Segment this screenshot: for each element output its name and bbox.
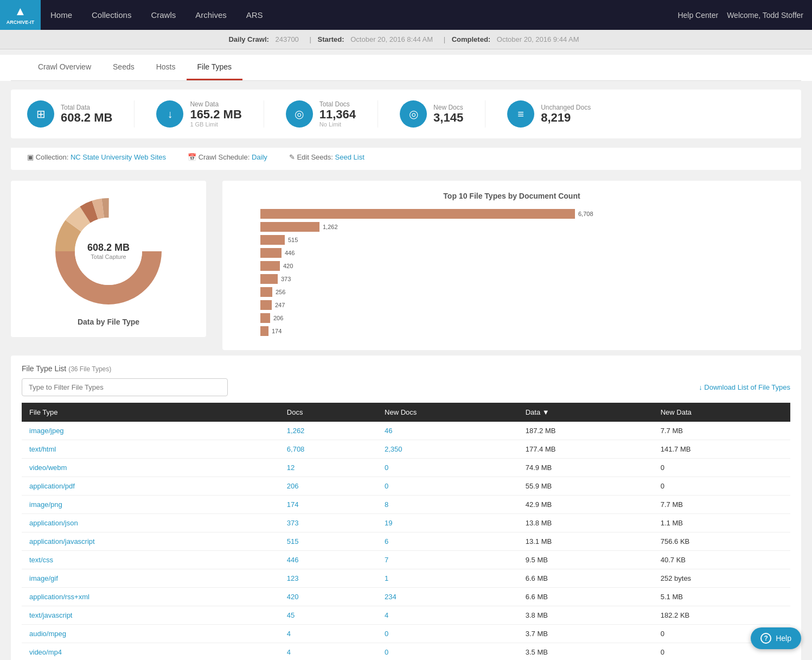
cell-new-data: 40.7 KB: [653, 551, 790, 569]
donut-value: 608.2 MB: [87, 243, 130, 253]
file-type-link[interactable]: text/javascript: [29, 611, 72, 619]
cell-file-type[interactable]: text/javascript: [22, 606, 279, 625]
tab-seeds[interactable]: Seeds: [102, 55, 145, 80]
nav-archives[interactable]: Archives: [186, 0, 236, 30]
cell-new-data: 252 bytes: [653, 569, 790, 588]
stat-new-docs: ◎ New Docs 3,145: [400, 100, 463, 128]
cell-docs: 446: [279, 551, 377, 569]
unchanged-docs-icon: ≡: [507, 100, 534, 128]
table-body: image/jpeg 1,262 46 187.2 MB 7.7 MB text…: [22, 422, 790, 660]
download-list-link[interactable]: ↓ Download List of File Types: [699, 383, 790, 391]
file-type-link[interactable]: image/jpeg: [29, 427, 64, 435]
table-row: audio/mpeg 4 0 3.7 MB 0: [22, 625, 790, 643]
user-menu[interactable]: Welcome, Todd Stoffer: [727, 11, 803, 20]
cell-file-type[interactable]: text/css: [22, 551, 279, 569]
file-type-link[interactable]: image/gif: [29, 574, 58, 582]
collection-meta: ▣ Collection: NC State University Web Si…: [27, 153, 166, 161]
cell-docs: 12: [279, 459, 377, 477]
cell-new-docs: 46: [377, 422, 518, 440]
nav-right: Help Center Welcome, Todd Stoffer: [677, 11, 812, 20]
bar-fill: [260, 300, 272, 310]
logo[interactable]: ▲ ARCHIVE-IT: [0, 0, 41, 30]
bar-fill: [260, 261, 280, 271]
table-row: image/png 174 8 42.9 MB 7.7 MB: [22, 496, 790, 514]
crawl-info-bar: Daily Crawl: 243700 | Started: October 2…: [0, 30, 812, 49]
col-new-data[interactable]: New Data: [653, 403, 790, 422]
cell-file-type[interactable]: application/javascript: [22, 532, 279, 551]
file-type-link[interactable]: application/rss+xml: [29, 593, 89, 601]
nav-collections[interactable]: Collections: [82, 0, 141, 30]
crawl-separator-2: |: [444, 35, 445, 43]
cell-new-docs: 0: [377, 459, 518, 477]
tab-file-types[interactable]: File Types: [187, 55, 243, 80]
tab-hosts[interactable]: Hosts: [145, 55, 187, 80]
cell-new-docs: 8: [377, 496, 518, 514]
schedule-link[interactable]: Daily: [252, 153, 267, 161]
file-list-section: File Type List (36 File Types) ↓ Downloa…: [11, 356, 801, 660]
cell-data: 3.7 MB: [518, 625, 653, 643]
file-type-link[interactable]: image/png: [29, 500, 62, 509]
charts-section: 608.2 MB Total Capture Data by File Type…: [11, 181, 801, 350]
file-type-link[interactable]: audio/mpeg: [29, 630, 66, 638]
col-data[interactable]: Data ▼: [518, 403, 653, 422]
table-row: image/jpeg 1,262 46 187.2 MB 7.7 MB: [22, 422, 790, 440]
cell-data: 42.9 MB: [518, 496, 653, 514]
new-data-value: 165.2 MB: [190, 108, 241, 121]
cell-new-data: 0: [653, 477, 790, 496]
bar-fill: [260, 235, 285, 245]
bar-row: 206: [233, 313, 790, 323]
divider-3: [378, 100, 378, 128]
cell-docs: 1,262: [279, 422, 377, 440]
cell-data: 177.4 MB: [518, 440, 653, 459]
bar-fill: [260, 313, 270, 323]
file-type-link[interactable]: application/pdf: [29, 482, 75, 490]
seed-list-link[interactable]: Seed List: [335, 153, 365, 161]
help-center-link[interactable]: Help Center: [677, 11, 718, 20]
col-new-docs[interactable]: New Docs: [377, 403, 518, 422]
cell-file-type[interactable]: audio/mpeg: [22, 625, 279, 643]
tab-crawl-overview[interactable]: Crawl Overview: [27, 55, 102, 80]
bar-count: 256: [276, 289, 285, 295]
cell-new-docs: 0: [377, 477, 518, 496]
nav-home[interactable]: Home: [41, 0, 82, 30]
file-type-link[interactable]: application/json: [29, 519, 78, 527]
file-type-link[interactable]: application/javascript: [29, 537, 95, 545]
filter-input[interactable]: [22, 378, 228, 396]
cell-data: 13.1 MB: [518, 532, 653, 551]
cell-file-type[interactable]: image/png: [22, 496, 279, 514]
cell-file-type[interactable]: video/webm: [22, 459, 279, 477]
cell-file-type[interactable]: image/gif: [22, 569, 279, 588]
nav-crawls[interactable]: Crawls: [141, 0, 186, 30]
file-type-link[interactable]: text/css: [29, 556, 53, 564]
cell-new-docs: 2,350: [377, 440, 518, 459]
file-type-link[interactable]: text/html: [29, 445, 56, 453]
col-docs[interactable]: Docs: [279, 403, 377, 422]
bar-row: 256: [233, 287, 790, 297]
total-data-icon: ⊞: [27, 100, 54, 128]
cell-data: 74.9 MB: [518, 459, 653, 477]
file-type-link[interactable]: video/mp4: [29, 648, 62, 656]
cell-file-type[interactable]: application/pdf: [22, 477, 279, 496]
new-data-sublabel: 1 GB Limit: [190, 121, 241, 128]
file-list-title-area: File Type List (36 File Types): [22, 364, 111, 373]
cell-file-type[interactable]: video/mp4: [22, 643, 279, 660]
donut-chart: 608.2 MB Total Capture: [49, 192, 168, 311]
cell-data: 3.8 MB: [518, 606, 653, 625]
cell-file-type[interactable]: application/rss+xml: [22, 588, 279, 606]
table-row: text/css 446 7 9.5 MB 40.7 KB: [22, 551, 790, 569]
new-docs-icon: ◎: [400, 100, 427, 128]
total-docs-sublabel: No Limit: [319, 121, 356, 128]
cell-file-type[interactable]: application/json: [22, 514, 279, 532]
nav-ars[interactable]: ARS: [236, 0, 273, 30]
bar-fill: [260, 209, 575, 219]
donut-chart-container: 608.2 MB Total Capture Data by File Type: [11, 181, 206, 337]
cell-file-type[interactable]: image/jpeg: [22, 422, 279, 440]
bar-chart-rows: 6,708 1,262 515 446 420 373 256: [233, 209, 790, 336]
help-button[interactable]: ? Help: [751, 627, 801, 649]
crawl-separator-1: |: [309, 35, 311, 43]
crawl-label: Daily Crawl:: [228, 35, 268, 43]
cell-file-type[interactable]: text/html: [22, 440, 279, 459]
collection-link[interactable]: NC State University Web Sites: [71, 153, 166, 161]
file-type-link[interactable]: video/webm: [29, 464, 67, 472]
bar-chart-container: Top 10 File Types by Document Count 6,70…: [222, 181, 801, 350]
